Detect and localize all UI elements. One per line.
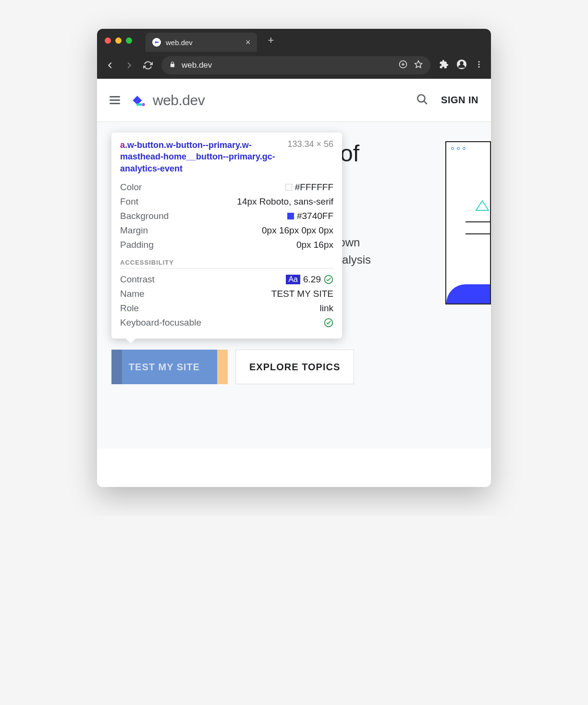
test-my-site-label: TEST MY SITE [129,362,200,373]
cta-buttons: TEST MY SITE EXPLORE TOPICS [111,350,354,384]
site-header: web.dev SIGN IN [97,79,491,122]
test-my-site-button[interactable]: TEST MY SITE [111,350,217,384]
window-controls [105,37,132,44]
color-swatch-icon [285,184,292,191]
forward-icon[interactable] [124,60,135,71]
a11y-row-name: Name TEST MY SITE [120,287,333,301]
minimize-window-button[interactable] [115,37,122,44]
svg-point-6 [478,66,480,68]
address-bar[interactable]: web.dev [161,56,430,74]
signin-button[interactable]: SIGN IN [441,95,478,106]
reload-icon[interactable] [143,61,153,70]
triangle-icon [475,200,490,211]
element-selector: a.w-button.w-button--primary.w-masthead-… [120,139,280,174]
svg-point-3 [460,61,463,65]
browser-tab[interactable]: web.dev × [146,33,257,52]
site-logo[interactable]: web.dev [130,91,205,109]
style-row-margin: Margin 0px 16px 0px 0px [120,223,333,238]
hero-illustration [445,141,491,304]
close-tab-icon[interactable]: × [245,37,251,48]
browser-window: web.dev × + web.dev [97,29,491,487]
profile-icon[interactable] [456,59,467,72]
check-icon [324,275,333,284]
element-dimensions: 133.34 × 56 [287,139,333,174]
check-icon [324,318,333,328]
a11y-row-contrast: Contrast Aa 6.29 [120,272,333,287]
close-window-button[interactable] [105,37,111,44]
site-brand: web.dev [153,92,205,109]
style-row-background: Background #3740FF [120,209,333,223]
back-icon[interactable] [105,60,115,71]
accessibility-section-label: ACCESSIBILITY [120,259,333,268]
style-row-font: Font 14px Roboto, sans-serif [120,194,333,209]
footer-area [97,449,491,487]
hamburger-icon[interactable] [110,96,120,104]
contrast-badge: Aa [286,275,300,284]
favicon-icon [152,38,161,47]
background-swatch-icon [287,213,294,219]
svg-point-4 [478,61,480,62]
style-row-padding: Padding 0px 16px [120,238,333,252]
search-icon[interactable] [416,93,429,108]
titlebar: web.dev × + [97,29,491,52]
star-icon[interactable] [414,60,423,71]
explore-topics-button[interactable]: EXPLORE TOPICS [235,350,354,384]
a11y-row-keyboard: Keyboard-focusable [120,316,333,330]
address-bar-row: web.dev [97,52,491,79]
devtools-inspect-tooltip: a.w-button.w-button--primary.w-masthead-… [111,133,342,339]
svg-rect-7 [136,103,142,106]
extensions-icon[interactable] [439,60,449,71]
svg-marker-1 [415,61,422,68]
url-text: web.dev [182,61,212,70]
add-icon[interactable] [399,60,407,71]
svg-point-9 [417,95,425,102]
svg-point-5 [478,64,480,65]
new-tab-button[interactable]: + [268,34,274,47]
page-content: re of your own nd analysis a.w-button.w-… [97,122,491,449]
explore-topics-label: EXPLORE TOPICS [249,362,340,373]
style-row-color: Color #FFFFFF [120,180,333,194]
lock-icon [169,61,176,70]
menu-icon[interactable] [475,60,483,71]
maximize-window-button[interactable] [126,37,132,44]
webdev-logo-icon [130,91,148,109]
tab-title: web.dev [166,38,193,47]
svg-point-8 [142,103,145,106]
a11y-row-role: Role link [120,301,333,316]
